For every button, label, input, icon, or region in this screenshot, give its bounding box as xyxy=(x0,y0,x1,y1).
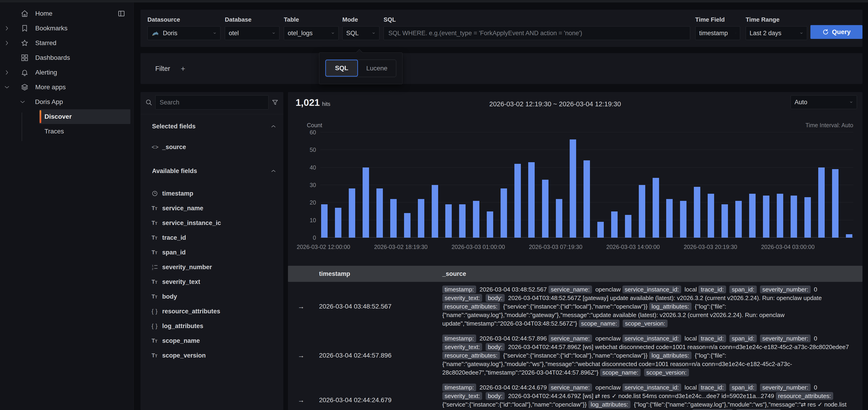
source-key-badge: trace_id: xyxy=(699,285,726,293)
bookmark-icon xyxy=(21,24,29,32)
source-value: {"service":{"instance":{"id":"local"},"n… xyxy=(503,303,648,310)
filter-bar: Filter + xyxy=(141,53,863,84)
time-field-select[interactable]: timestamp xyxy=(695,26,740,40)
sidebar-item-starred[interactable]: Starred xyxy=(0,36,133,50)
sql-where-input[interactable] xyxy=(383,26,690,40)
field-item-log-attributes[interactable]: { }log_attributes xyxy=(141,319,283,333)
panel-left-icon[interactable] xyxy=(118,10,125,17)
mode-option-lucene[interactable]: Lucene xyxy=(358,60,396,77)
chevron-down-icon[interactable] xyxy=(4,84,10,91)
mode-option-sql[interactable]: SQL xyxy=(325,60,358,77)
query-button[interactable]: Query xyxy=(810,25,863,39)
row-expand-cell: → xyxy=(288,285,319,328)
field-item-scope-name[interactable]: TTscope_name xyxy=(141,333,283,348)
y-tick-label: 60 xyxy=(310,129,316,136)
chart-bar xyxy=(666,199,673,238)
database-select[interactable]: otel xyxy=(225,26,279,40)
field-item-scope-version[interactable]: TTscope_version xyxy=(141,348,283,363)
mode-select[interactable]: SQL xyxy=(342,26,379,40)
sidebar-item-more-apps[interactable]: More apps xyxy=(0,80,133,95)
add-filter-button[interactable]: + xyxy=(181,64,185,73)
field-item-resource-attributes[interactable]: { }resource_attributes xyxy=(141,304,283,319)
source-value: openclaw xyxy=(595,384,621,391)
sidebar-item-discover[interactable]: Discover xyxy=(39,109,130,124)
mysql-icon xyxy=(151,30,159,37)
chart-bar xyxy=(653,178,659,238)
field-item-service-instance-ic[interactable]: TTservice_instance_ic xyxy=(141,215,283,230)
y-axis-title: Count xyxy=(307,122,322,129)
field-item-label: service_instance_ic xyxy=(162,219,221,227)
search-icon xyxy=(145,99,153,106)
time-range-select[interactable]: Last 2 days xyxy=(746,26,807,40)
table-row[interactable]: →2026-03-04 03:48:52.567timestamp: 2026-… xyxy=(288,282,863,331)
chart-bar xyxy=(321,204,328,238)
field-item-body[interactable]: TTbody xyxy=(141,289,283,304)
field-item-severity-number[interactable]: 12severity_number xyxy=(141,260,283,274)
table-row[interactable]: →2026-03-04 02:44:24.679timestamp: 2026-… xyxy=(288,380,863,410)
chart-bar xyxy=(597,222,604,238)
sidebar-item-alerting[interactable]: Alerting xyxy=(0,65,133,80)
chevron-right-icon[interactable] xyxy=(4,69,10,76)
source-key-badge: log_attributes: xyxy=(588,401,630,408)
sidebar-item-label: Dashboards xyxy=(35,54,70,61)
row-expand-cell: → xyxy=(288,383,319,410)
source-key-badge: service_name: xyxy=(549,285,592,293)
divider xyxy=(141,114,283,114)
field-item-span-id[interactable]: TTspan_id xyxy=(141,245,283,260)
field-search-input[interactable] xyxy=(155,95,269,109)
chart-bar xyxy=(445,204,452,238)
source-value: local xyxy=(685,286,697,293)
sidebar-item-bookmarks[interactable]: Bookmarks xyxy=(0,21,133,36)
chart-bar xyxy=(639,185,645,238)
sidebar-item-home[interactable]: Home xyxy=(0,6,133,21)
sidebar-item-traces[interactable]: Traces xyxy=(39,124,130,139)
table-row[interactable]: →2026-03-04 02:44:57.896timestamp: 2026-… xyxy=(288,331,863,380)
chart-bar xyxy=(749,194,755,238)
source-value: {"service":{"instance":{"id":"local"},"n… xyxy=(503,352,648,359)
source-value: openclaw xyxy=(595,286,621,293)
x-tick-label: 2026-03-03 14:00:00 xyxy=(606,244,660,250)
chevron-down-icon[interactable] xyxy=(19,99,26,105)
database-value: otel xyxy=(229,30,239,37)
text-icon: TT xyxy=(152,279,162,285)
source-value: local xyxy=(685,335,697,342)
sidebar-item-dashboards[interactable]: Dashboards xyxy=(0,50,133,65)
chart-bar xyxy=(515,164,521,238)
chart-bar xyxy=(418,199,424,238)
chevron-down-icon xyxy=(798,31,803,36)
chevron-right-icon[interactable] xyxy=(4,25,10,32)
field-item-severity-text[interactable]: TTseverity_text xyxy=(141,274,283,289)
filter-funnel-icon[interactable] xyxy=(271,99,279,106)
table-select[interactable]: otel_logs xyxy=(284,26,339,40)
chevron-up-icon[interactable] xyxy=(271,123,276,129)
top-strip xyxy=(0,0,868,2)
source-key-badge: span_id: xyxy=(729,335,756,342)
time-range-label: Time Range xyxy=(746,16,807,23)
row-expand-arrow-icon[interactable]: → xyxy=(298,396,305,404)
source-value: 2026-03-04T03:48:52.567Z [gateway] updat… xyxy=(508,295,822,301)
chevron-down-icon xyxy=(330,31,335,36)
chevron-right-icon[interactable] xyxy=(4,40,10,46)
sidebar-item-doris-app[interactable]: Doris App xyxy=(0,95,133,109)
field-item-source[interactable]: <>_source xyxy=(141,140,283,155)
source-value: 0 xyxy=(814,286,817,293)
source-key-badge: scope_version: xyxy=(736,409,781,410)
x-tick-label: 2026-03-03 01:00:00 xyxy=(452,244,505,250)
source-value: 0 xyxy=(814,335,817,342)
chevron-up-icon[interactable] xyxy=(271,168,276,174)
star-icon xyxy=(21,39,29,47)
sidebar-tree-line xyxy=(22,112,22,141)
source-key-badge: scope_name: xyxy=(579,319,619,328)
datasource-select[interactable]: Doris xyxy=(148,26,220,40)
chart-bar xyxy=(680,201,686,238)
field-item-service-name[interactable]: TTservice_name xyxy=(141,201,283,215)
chart-bar xyxy=(363,168,369,238)
x-tick-label: 2026-03-02 12:00:00 xyxy=(297,244,350,250)
row-expand-cell: → xyxy=(288,334,319,377)
field-item-timestamp[interactable]: timestamp xyxy=(141,186,283,201)
table-header: timestamp _source xyxy=(288,266,863,282)
mode-value: SQL xyxy=(346,30,359,37)
row-expand-arrow-icon[interactable]: → xyxy=(298,351,305,360)
field-item-trace-id[interactable]: TTtrace_id xyxy=(141,230,283,245)
row-expand-arrow-icon[interactable]: → xyxy=(298,303,305,310)
